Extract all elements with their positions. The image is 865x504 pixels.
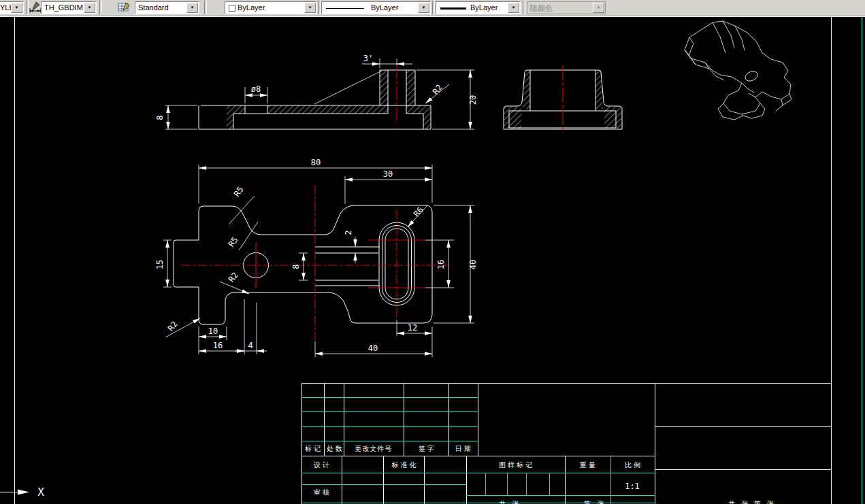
tb-sheet-left: 共 张 (499, 500, 521, 504)
dim-width-30: 30 (383, 169, 393, 179)
cad-application-window: YLE ▼ TH_GBDIM ▼ (0, 0, 865, 504)
tb-role-check: 审核 (314, 488, 331, 496)
dim-r5-upper: R5 (232, 185, 246, 199)
object-properties-toolbar: YLE ▼ TH_GBDIM ▼ (0, 0, 865, 16)
dim-hole-dia: ø8 (251, 84, 261, 94)
tb-mark-label: 图样标记 (499, 461, 534, 469)
tb-scale-label: 比例 (625, 461, 642, 469)
front-view: 80 30 R5 R5 R6 2 8 15 R2 R2 (155, 158, 478, 357)
isometric-view (685, 21, 791, 120)
ucs-icon: X (0, 486, 44, 499)
tb-header-count: 处数 (327, 445, 344, 452)
ucs-x-label: X (37, 486, 44, 499)
linetype-combo[interactable]: ByLayer ▼ (321, 1, 431, 14)
style-combo-partial[interactable]: YLE ▼ (0, 1, 24, 14)
color-combo[interactable]: ByLayer ▼ (225, 1, 317, 14)
dim-16-bottom: 16 (213, 341, 223, 350)
color-swatch (229, 5, 235, 12)
dim-tab-15: 15 (155, 260, 165, 269)
tb-header-sign: 签字 (419, 445, 436, 452)
tb-header-mark: 标记 (304, 445, 323, 452)
plot-style-value: 随颜色 (530, 3, 553, 14)
tb-weight-label: 重量 (579, 461, 598, 469)
plot-style-combo: 随颜色 ▼ (527, 1, 606, 14)
lineweight-combo[interactable]: ByLayer ▼ (436, 1, 521, 14)
dim-style-value: TH_GBDIM (44, 3, 83, 12)
chevron-down-icon: ▼ (593, 3, 604, 13)
dim-base-8: 8 (155, 115, 165, 120)
lineweight-value: ByLayer (470, 3, 497, 12)
lineweight-sample (440, 7, 466, 10)
tb-header-date: 日期 (455, 445, 473, 452)
dim-r6: R6 (412, 205, 425, 218)
toolbar-separator (432, 1, 435, 14)
tb-sheet-mid: 第 张 (584, 500, 606, 504)
dim-width-80: 80 (311, 158, 321, 167)
dim-width-40: 40 (368, 343, 378, 353)
toolbar-separator (99, 1, 102, 14)
dim-gap-2: 2 (344, 230, 353, 235)
section-view: 3' ø8 R2 20 8 (155, 54, 478, 129)
chevron-down-icon[interactable]: ▼ (186, 3, 198, 13)
chevron-down-icon[interactable]: ▼ (508, 3, 519, 13)
toolbar-separator (318, 1, 321, 14)
dim-height-16: 16 (436, 260, 446, 269)
chevron-down-icon[interactable]: ▼ (84, 3, 95, 13)
text-style-combo[interactable]: Standard ▼ (135, 1, 199, 14)
linetype-sample (326, 8, 364, 9)
tb-role-design: 设计 (313, 461, 331, 469)
chevron-down-icon[interactable]: ▼ (304, 3, 316, 13)
toolbar-separator (204, 1, 207, 14)
tb-sheet-right: 共 张 第 张 (728, 500, 775, 504)
dim-fillet-r2: R2 (431, 83, 444, 97)
color-value: ByLayer (238, 3, 265, 12)
dim-style-combo[interactable]: TH_GBDIM ▼ (41, 1, 97, 14)
linetype-value: ByLayer (371, 3, 398, 12)
dim-r2-mid: R2 (227, 271, 240, 284)
end-section-view (504, 65, 622, 133)
text-style-value: Standard (138, 3, 169, 12)
dim-draft-angle: 3' (363, 54, 373, 63)
toolbar-separator (523, 1, 525, 14)
dim-4: 4 (248, 341, 252, 350)
dim-10: 10 (208, 326, 218, 336)
tb-role-standard: 标准化 (391, 461, 419, 469)
drawing-viewport[interactable]: 3' ø8 R2 20 8 (0, 17, 865, 504)
dim-height-40: 40 (468, 260, 478, 269)
chevron-down-icon[interactable]: ▼ (11, 3, 22, 13)
tb-scale-value: 1:1 (625, 482, 640, 491)
title-block: 标记 处数 更改文件号 签字 日期 设计 标准化 审核 图样标记 重量 比例 1… (301, 383, 831, 504)
dim-height-20: 20 (468, 95, 478, 105)
tb-header-file: 更改文件号 (355, 445, 393, 452)
chevron-down-icon[interactable]: ▼ (418, 3, 429, 13)
dim-r5-lower: R5 (227, 235, 240, 249)
dim-12: 12 (408, 323, 417, 333)
text-style-icon[interactable] (117, 1, 132, 14)
dim-slot-8: 8 (291, 264, 301, 269)
